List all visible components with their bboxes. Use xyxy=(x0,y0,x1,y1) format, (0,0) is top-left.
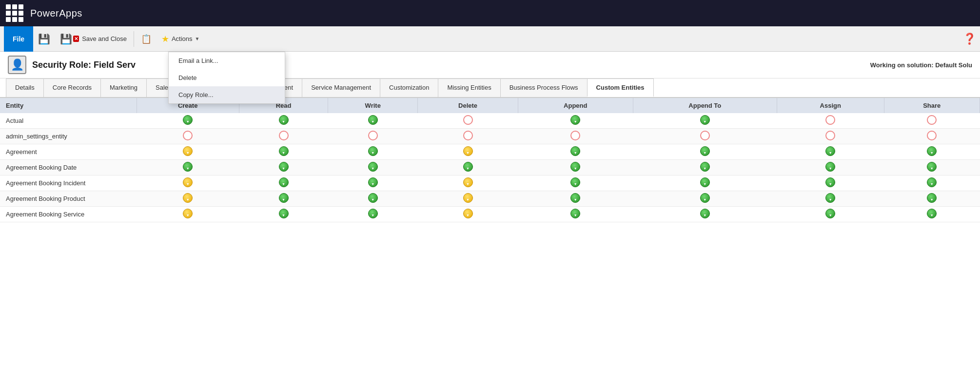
dropdown-item-email[interactable]: Email a Link... xyxy=(169,52,285,69)
permission-cell[interactable]: ▼ xyxy=(418,191,518,207)
help-icon[interactable]: ❓ xyxy=(963,33,976,45)
tab-business-process-flows[interactable]: Business Process Flows xyxy=(500,78,588,97)
permission-cell[interactable]: ▼ xyxy=(328,207,418,222)
table-header-row: Entity Create Read Write Delete Append A… xyxy=(0,98,980,113)
dropdown-item-delete[interactable]: Delete xyxy=(169,69,285,86)
permission-cell[interactable]: ▼ xyxy=(137,207,239,222)
permission-cell[interactable]: ▼ xyxy=(239,176,328,191)
permission-cell[interactable] xyxy=(239,129,328,144)
tab-marketing[interactable]: Marketing xyxy=(100,78,147,97)
permission-cell[interactable]: ▼ xyxy=(777,207,884,222)
permission-cell[interactable]: ▼ xyxy=(239,113,328,129)
permission-cell[interactable]: ▼ xyxy=(137,176,239,191)
permission-cell[interactable]: ▼ xyxy=(137,113,239,129)
permission-cell[interactable]: ▼ xyxy=(418,144,518,160)
permission-cell[interactable]: ▼ xyxy=(518,160,633,176)
actions-dropdown-arrow: ▼ xyxy=(195,36,200,41)
permission-cell[interactable]: ▼ xyxy=(137,144,239,160)
permission-cell[interactable]: ▼ xyxy=(633,207,777,222)
entity-name: Actual xyxy=(0,113,137,129)
entity-name: Agreement Booking Date xyxy=(0,160,137,176)
permission-cell[interactable]: ▼ xyxy=(137,160,239,176)
permission-cell[interactable]: ▼ xyxy=(328,191,418,207)
permission-cell[interactable]: ▼ xyxy=(777,160,884,176)
permission-cell[interactable] xyxy=(418,129,518,144)
permission-cell[interactable]: ▼ xyxy=(633,113,777,129)
permission-cell[interactable]: ▼ xyxy=(418,207,518,222)
permission-cell[interactable]: ▼ xyxy=(633,144,777,160)
actions-dropdown-menu: Email a Link... Delete Copy Role... xyxy=(168,52,285,104)
table-row[interactable]: admin_settings_entity xyxy=(0,129,980,144)
permission-cell[interactable]: ▼ xyxy=(777,144,884,160)
permission-cell[interactable] xyxy=(777,113,884,129)
table-row[interactable]: Agreement▼▼▼▼▼▼▼▼ xyxy=(0,144,980,160)
col-delete: Delete xyxy=(418,98,518,113)
permission-cell[interactable]: ▼ xyxy=(239,160,328,176)
entity-name: Agreement xyxy=(0,144,137,160)
permissions-table-container: Entity Create Read Write Delete Append A… xyxy=(0,98,980,222)
permission-cell[interactable]: ▼ xyxy=(884,144,980,160)
permission-cell[interactable] xyxy=(328,129,418,144)
permission-cell[interactable]: ▼ xyxy=(777,176,884,191)
permission-cell[interactable]: ▼ xyxy=(328,160,418,176)
permission-cell[interactable]: ▼ xyxy=(633,160,777,176)
app-title: PowerApps xyxy=(30,8,82,19)
permission-cell[interactable]: ▼ xyxy=(328,144,418,160)
dropdown-item-copy-role[interactable]: Copy Role... xyxy=(169,86,285,103)
permission-cell[interactable]: ▼ xyxy=(239,191,328,207)
permissions-table: Entity Create Read Write Delete Append A… xyxy=(0,98,980,222)
permission-cell[interactable]: ▼ xyxy=(137,191,239,207)
permission-cell[interactable]: ▼ xyxy=(884,176,980,191)
col-share: Share xyxy=(884,98,980,113)
permission-cell[interactable]: ▼ xyxy=(518,191,633,207)
file-button[interactable]: File xyxy=(4,26,33,52)
tab-customization[interactable]: Customization xyxy=(380,78,438,97)
permission-cell[interactable]: ▼ xyxy=(884,191,980,207)
permission-cell[interactable]: ▼ xyxy=(633,191,777,207)
permission-cell[interactable]: ▼ xyxy=(633,176,777,191)
actions-button[interactable]: ★ Actions ▼ xyxy=(157,31,205,47)
table-row[interactable]: Actual▼▼▼▼▼ xyxy=(0,113,980,129)
permission-cell[interactable]: ▼ xyxy=(518,176,633,191)
top-bar: PowerApps xyxy=(0,0,980,26)
permission-cell[interactable] xyxy=(633,129,777,144)
table-row[interactable]: Agreement Booking Service▼▼▼▼▼▼▼▼ xyxy=(0,207,980,222)
permission-cell[interactable]: ▼ xyxy=(418,176,518,191)
permission-cell[interactable]: ▼ xyxy=(518,113,633,129)
tab-missing-entities[interactable]: Missing Entities xyxy=(438,78,500,97)
permission-cell[interactable]: ▼ xyxy=(518,207,633,222)
save-button[interactable]: 💾 xyxy=(33,30,55,48)
permission-cell[interactable]: ▼ xyxy=(239,144,328,160)
tab-core-records[interactable]: Core Records xyxy=(43,78,101,97)
save-close-label: Save and Close xyxy=(82,35,127,42)
permission-cell[interactable] xyxy=(137,129,239,144)
permission-cell[interactable] xyxy=(418,113,518,129)
permission-cell[interactable]: ▼ xyxy=(884,160,980,176)
permission-cell[interactable] xyxy=(884,129,980,144)
tab-custom-entities[interactable]: Custom Entities xyxy=(587,78,654,97)
table-row[interactable]: Agreement Booking Date▼▼▼▼▼▼▼▼ xyxy=(0,160,980,176)
entity-name: Agreement Booking Service xyxy=(0,207,137,222)
permission-cell[interactable]: ▼ xyxy=(239,207,328,222)
save-close-icon: 💾 ✕ xyxy=(60,33,79,45)
permission-cell[interactable]: ▼ xyxy=(518,144,633,160)
table-row[interactable]: Agreement Booking Product▼▼▼▼▼▼▼▼ xyxy=(0,191,980,207)
permission-cell[interactable]: ▼ xyxy=(418,160,518,176)
tab-service-management[interactable]: Service Management xyxy=(302,78,380,97)
tab-details[interactable]: Details xyxy=(6,78,44,97)
table-row[interactable]: Agreement Booking Incident▼▼▼▼▼▼▼▼ xyxy=(0,176,980,191)
permission-cell[interactable]: ▼ xyxy=(777,191,884,207)
permission-cell[interactable] xyxy=(518,129,633,144)
waffle-icon[interactable] xyxy=(6,4,23,22)
entity-name: admin_settings_entity xyxy=(0,129,137,144)
col-write: Write xyxy=(328,98,418,113)
copy-button[interactable]: 📋 xyxy=(136,31,157,47)
permission-cell[interactable] xyxy=(777,129,884,144)
col-assign: Assign xyxy=(777,98,884,113)
save-and-close-button[interactable]: 💾 ✕ Save and Close xyxy=(55,30,132,48)
permission-cell[interactable]: ▼ xyxy=(328,113,418,129)
permission-cell[interactable]: ▼ xyxy=(328,176,418,191)
role-icon: 👤 xyxy=(8,56,26,74)
permission-cell[interactable]: ▼ xyxy=(884,207,980,222)
permission-cell[interactable] xyxy=(884,113,980,129)
